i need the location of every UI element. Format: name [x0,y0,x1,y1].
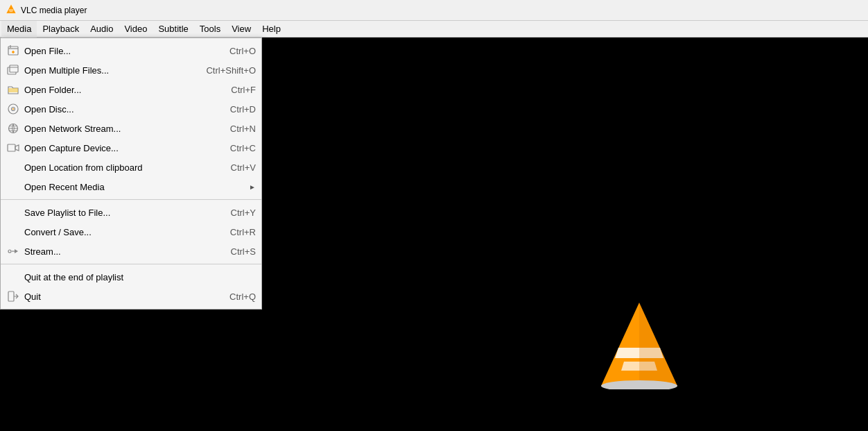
open-recent-label: Open Recent Media [24,182,249,192]
open-folder-label: Open Folder... [24,85,217,95]
convert-save-icon [6,225,20,239]
quit-label: Quit [24,291,216,302]
menu-item-open-multiple[interactable]: Open Multiple Files... Ctrl+Shift+O [1,60,261,80]
stream-shortcut: Ctrl+S [231,246,256,257]
menu-playback[interactable]: Playback [37,21,85,37]
menu-item-quit[interactable]: Quit Ctrl+Q [1,287,261,306]
menu-item-convert-save[interactable]: Convert / Save... Ctrl+R [1,222,261,242]
svg-rect-15 [8,144,15,151]
svg-rect-10 [10,65,18,72]
save-playlist-label: Save Playlist to File... [24,208,217,218]
quit-icon [6,289,20,303]
save-playlist-icon [6,205,20,219]
open-folder-icon [6,83,20,96]
menu-item-open-folder[interactable]: Open Folder... Ctrl+F [1,80,261,99]
menu-item-open-capture[interactable]: Open Capture Device... Ctrl+C [1,138,261,158]
separator-1 [1,199,261,200]
svg-marker-18 [15,249,18,253]
open-disc-icon [6,102,20,116]
menubar: Media Playback Audio Video Subtitle Tool… [0,21,868,37]
quit-shortcut: Ctrl+Q [229,291,256,302]
open-network-label: Open Network Stream... [24,124,216,134]
open-file-label: Open File... [24,46,216,56]
open-multiple-icon [6,63,20,77]
open-capture-label: Open Capture Device... [24,143,216,153]
open-file-shortcut: Ctrl+O [229,46,256,56]
save-playlist-shortcut: Ctrl+Y [231,208,256,218]
quit-end-label: Quit at the end of playlist [24,272,242,282]
svg-rect-1 [9,10,13,10]
menu-item-stream[interactable]: Stream... Ctrl+S [1,242,261,261]
open-capture-shortcut: Ctrl+C [230,143,256,153]
menu-tools[interactable]: Tools [194,21,226,37]
menu-item-open-file[interactable]: Open File... Ctrl+O [1,41,261,60]
open-disc-shortcut: Ctrl+D [230,104,256,115]
menu-media[interactable]: Media [1,21,37,37]
convert-save-label: Convert / Save... [24,227,216,237]
svg-rect-2 [10,11,13,12]
open-multiple-label: Open Multiple Files... [24,65,192,76]
menu-item-open-network[interactable]: Open Network Stream... Ctrl+N [1,119,261,138]
separator-2 [1,264,261,264]
quit-end-icon [6,270,20,284]
open-multiple-shortcut: Ctrl+Shift+O [206,65,256,76]
open-disc-label: Open Disc... [24,104,216,115]
convert-save-shortcut: Ctrl+R [230,227,256,237]
svg-point-17 [8,250,11,253]
svg-point-13 [12,108,14,110]
open-location-label: Open Location from clipboard [24,162,217,173]
open-network-shortcut: Ctrl+N [230,124,256,134]
app-title: VLC media player [21,6,87,15]
menu-item-open-recent[interactable]: Open Recent Media ► [1,177,261,196]
svg-marker-16 [15,145,19,151]
open-location-shortcut: Ctrl+V [231,162,256,173]
media-dropdown-menu: Open File... Ctrl+O Open Multiple Files.… [0,37,262,310]
open-folder-shortcut: Ctrl+F [231,85,256,95]
menu-item-open-location[interactable]: Open Location from clipboard Ctrl+V [1,158,261,177]
stream-label: Stream... [24,246,217,257]
open-file-icon [6,44,20,58]
svg-rect-19 [8,291,14,301]
menu-audio[interactable]: Audio [85,21,119,37]
menu-video[interactable]: Video [119,21,153,37]
svg-marker-0 [6,4,16,14]
open-network-icon [6,121,20,135]
menu-view[interactable]: View [226,21,257,37]
open-capture-icon [6,141,20,155]
menu-item-open-disc[interactable]: Open Disc... Ctrl+D [1,99,261,119]
menu-help[interactable]: Help [257,21,286,37]
vlc-logo [598,299,681,389]
menu-item-quit-end[interactable]: Quit at the end of playlist [1,267,261,287]
app-icon [6,3,17,17]
svg-marker-6 [639,303,677,386]
menu-item-save-playlist[interactable]: Save Playlist to File... Ctrl+Y [1,203,261,222]
titlebar: VLC media player [0,0,868,21]
open-location-icon [6,160,20,174]
stream-icon [6,244,20,258]
open-recent-arrow: ► [249,183,256,191]
open-recent-icon [6,180,20,194]
menu-subtitle[interactable]: Subtitle [153,21,193,37]
